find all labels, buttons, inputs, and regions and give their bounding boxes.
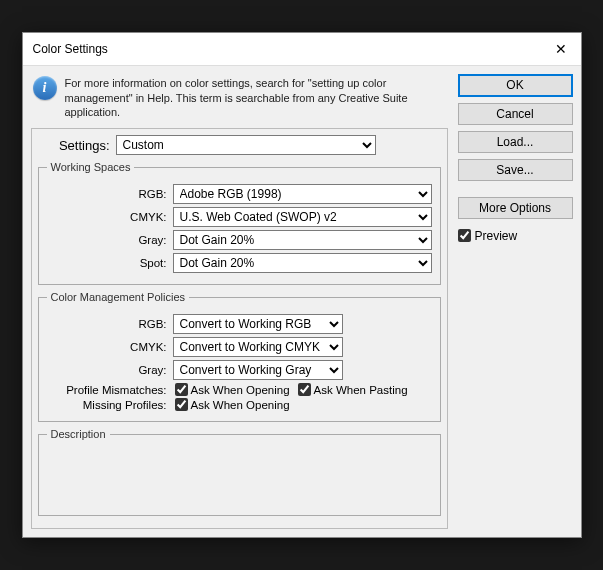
preview-checkbox[interactable] bbox=[458, 229, 471, 242]
preview-label: Preview bbox=[475, 229, 518, 243]
ws-cmyk-select[interactable]: U.S. Web Coated (SWOP) v2 bbox=[173, 207, 432, 227]
mismatch-open-checkbox[interactable]: Ask When Opening bbox=[175, 383, 290, 396]
working-spaces-legend: Working Spaces bbox=[47, 161, 135, 173]
save-button[interactable]: Save... bbox=[458, 159, 573, 181]
pol-cmyk-label: CMYK: bbox=[47, 341, 167, 353]
ws-rgb-select[interactable]: Adobe RGB (1998) bbox=[173, 184, 432, 204]
description-legend: Description bbox=[47, 428, 110, 440]
button-column: OK Cancel Load... Save... More Options P… bbox=[458, 74, 573, 530]
main-panel: Settings: Custom Working Spaces RGB: Ado… bbox=[31, 128, 448, 529]
policies-group: Color Management Policies RGB: Convert t… bbox=[38, 291, 441, 422]
cancel-button[interactable]: Cancel bbox=[458, 103, 573, 125]
mismatch-open-input[interactable] bbox=[175, 383, 188, 396]
info-text: For more information on color settings, … bbox=[65, 76, 446, 121]
mismatch-paste-checkbox[interactable]: Ask When Pasting bbox=[298, 383, 408, 396]
missing-open-checkbox[interactable]: Ask When Opening bbox=[175, 398, 290, 411]
missing-label: Missing Profiles: bbox=[47, 399, 167, 411]
settings-label: Settings: bbox=[52, 138, 110, 153]
mismatch-paste-input[interactable] bbox=[298, 383, 311, 396]
ws-rgb-label: RGB: bbox=[47, 188, 167, 200]
pol-rgb-select[interactable]: Convert to Working RGB bbox=[173, 314, 343, 334]
policies-legend: Color Management Policies bbox=[47, 291, 190, 303]
pol-cmyk-select[interactable]: Convert to Working CMYK bbox=[173, 337, 343, 357]
working-spaces-group: Working Spaces RGB: Adobe RGB (1998) CMY… bbox=[38, 161, 441, 285]
info-icon: i bbox=[33, 76, 57, 100]
ws-cmyk-label: CMYK: bbox=[47, 211, 167, 223]
settings-select[interactable]: Custom bbox=[116, 135, 376, 155]
description-group: Description bbox=[38, 428, 441, 516]
titlebar: Color Settings ✕ bbox=[23, 33, 581, 66]
ws-spot-label: Spot: bbox=[47, 257, 167, 269]
mismatch-label: Profile Mismatches: bbox=[47, 384, 167, 396]
ws-gray-select[interactable]: Dot Gain 20% bbox=[173, 230, 432, 250]
color-settings-dialog: Color Settings ✕ i For more information … bbox=[22, 32, 582, 539]
pol-gray-label: Gray: bbox=[47, 364, 167, 376]
ok-button[interactable]: OK bbox=[458, 74, 573, 97]
pol-rgb-label: RGB: bbox=[47, 318, 167, 330]
more-options-button[interactable]: More Options bbox=[458, 197, 573, 219]
missing-open-input[interactable] bbox=[175, 398, 188, 411]
close-icon[interactable]: ✕ bbox=[551, 41, 571, 57]
pol-gray-select[interactable]: Convert to Working Gray bbox=[173, 360, 343, 380]
info-row: i For more information on color settings… bbox=[31, 74, 448, 129]
ws-spot-select[interactable]: Dot Gain 20% bbox=[173, 253, 432, 273]
dialog-title: Color Settings bbox=[33, 42, 108, 56]
load-button[interactable]: Load... bbox=[458, 131, 573, 153]
ws-gray-label: Gray: bbox=[47, 234, 167, 246]
